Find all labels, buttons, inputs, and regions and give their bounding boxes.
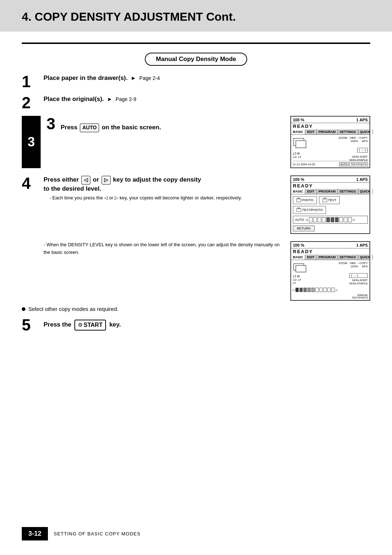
step-5-key-text: key.: [109, 321, 121, 328]
seg-4: [322, 217, 326, 222]
step-2-pageref: Page 2-9: [116, 96, 136, 102]
page-footer: 3-12 SETTING OF BASIC COPY MODES: [0, 527, 392, 540]
screen-2-tab-program: PROGRAM: [317, 189, 338, 194]
step-1-content: Place paper in the drawer(s). ► Page 2-4: [44, 74, 370, 82]
screen-3-zoom-info: ZOOM OBS.→COPY 100% APS: [339, 262, 368, 268]
screen-3-tab-program: PROGRAM: [317, 255, 338, 260]
screen-1-tab-program: PROGRAM: [317, 129, 338, 134]
screen-1-topbar: 100 % 1 APS: [291, 117, 369, 123]
start-label: START: [83, 321, 102, 329]
step-3-outer: 3 3 Press AUTO on the basic screen. 100 …: [22, 116, 370, 168]
step-2-number: 2: [22, 95, 40, 111]
mdb-seg-2: [299, 288, 303, 292]
step-5-number: 5: [22, 317, 40, 333]
screen-2-topbar: 100 % 1 APS: [291, 176, 369, 183]
screen-1-tab-basic: BASIC: [291, 129, 305, 134]
step-3-number: 3: [46, 115, 55, 133]
screen-3-nonsort: NON-SORT NON-STAPLE: [349, 279, 368, 285]
step-1-row: 1 Place paper in the drawer(s). ► Page 2…: [22, 74, 370, 90]
screen-1-percent: 100 %: [293, 118, 304, 122]
step-2-arrow: ►: [107, 96, 113, 102]
screen-2-photo-btn: PHOTO: [293, 196, 317, 204]
mode-label-container: Manual Copy Density Mode: [22, 53, 370, 66]
screen-1-auto-btn: AUTO: [339, 162, 349, 166]
text-icon: [322, 198, 327, 203]
step-5-content: Press the ⊙ START key.: [44, 320, 370, 331]
step-4b-para: - When the DENSITY LEVEL key is shown on…: [44, 241, 283, 256]
page-title: 4. COPY DENSITY ADJUSTMENT Cont.: [22, 10, 370, 24]
screen-2-percent: 100 %: [293, 177, 306, 182]
screen-2-tab-settings: SETTINGS: [338, 189, 358, 194]
step-3-content: 3 Press AUTO on the basic screen. 100 % …: [46, 116, 370, 168]
auto-key: AUTO: [80, 123, 99, 132]
step-4-text2: key to adjust the copy density: [113, 176, 201, 183]
mdb-seg-7: [319, 288, 323, 292]
screen-2-tab-quick: QUICK: [358, 189, 373, 194]
step-4-content: Press either ◁ or ▷ key to adjust the co…: [44, 175, 283, 202]
screen-2-body: PHOTO TEXT: [291, 194, 369, 233]
screen-2-density-bar: [309, 217, 352, 222]
screen-1-textphoto: TEXT/PHOTO: [350, 162, 368, 166]
page-header: 4. COPY DENSITY ADJUSTMENT Cont.: [0, 0, 392, 32]
screen-3-status: READY: [291, 248, 369, 255]
step-4b-section: - When the DENSITY LEVEL key is shown on…: [22, 241, 370, 301]
screen-1-copies: 1 APS: [356, 118, 368, 122]
step-1-number: 1: [22, 74, 40, 90]
screen-1-mockup: 100 % 1 APS READY BASIC EDIT PROGRAM SET…: [290, 116, 370, 168]
screen-3-tab-settings: SETTINGS: [338, 255, 358, 260]
mdb-seg-4: [307, 288, 311, 292]
screen-2-status: READY: [291, 183, 369, 189]
mdb-seg-3: [303, 288, 307, 292]
step-3-sidebar-num: 3: [22, 116, 41, 168]
textphoto-icon: [296, 207, 301, 212]
screen-3-left-tri: ◁: [292, 288, 294, 292]
bullet-dot: [22, 307, 25, 311]
screen-1-bottom: 11.12.2004 10:25 AUTO TEXT/PHOTO: [293, 161, 368, 166]
select-note-text: Select other copy modes as required.: [28, 306, 118, 312]
mdb-seg-5: [311, 288, 315, 292]
step-4-bullet: - Each time you press the ◁ or ▷ key, yo…: [49, 194, 283, 202]
screen-1-tab-quick: QUICK: [358, 129, 373, 134]
screen-3-tab-edit: EDIT: [305, 255, 317, 260]
screen-3-right-icons: 1 → 1 NON-SORT NON-STAPLE: [349, 273, 368, 285]
seg-9: [344, 217, 347, 222]
screen-3-percent: 100 %: [293, 243, 304, 247]
photo-icon: [296, 198, 301, 203]
screen-1-body: ZOOM OBS.→COPY 100% APS LT-R LDLT: [291, 135, 369, 167]
step-5-text: Press the ⊙ START key.: [44, 321, 121, 328]
screen-3-bar-segments: [295, 288, 335, 292]
svg-rect-9: [296, 266, 306, 272]
step-1-pageref: Page 2-4: [139, 75, 160, 81]
svg-rect-1: [296, 141, 306, 148]
screen-3-tab-basic: BASIC: [291, 255, 305, 260]
seg-2: [313, 217, 317, 222]
seg-10: [348, 217, 352, 222]
screen-3-tab-quick: QUICK: [358, 255, 373, 260]
screen-2-auto-label: AUTO: [295, 218, 304, 222]
footer-text: SETTING OF BASIC COPY MODES: [54, 531, 140, 536]
screen-3-manual-label: MANUAL: [352, 294, 368, 296]
screen-2-return-btn[interactable]: RETURN: [293, 226, 315, 231]
step-4-left: 4 Press either ◁ or ▷ key to adjust the …: [22, 175, 283, 202]
step-4-key2: ▷: [102, 176, 111, 185]
mode-label: Manual Copy Density Mode: [145, 53, 247, 66]
step-3-label: Press AUTO on the basic screen.: [61, 124, 161, 131]
step-2-main: Place the original(s).: [44, 96, 104, 102]
step-2-row: 2 Place the original(s). ► Page 2-9: [22, 95, 370, 111]
seg-3: [318, 217, 321, 222]
screen-3-bottom-right: MANUAL TEXT/PHOTO: [352, 294, 368, 299]
screen-1-tab-settings: SETTINGS: [338, 129, 358, 134]
screen-2-tab-edit: EDIT: [305, 189, 317, 194]
content-area: Manual Copy Density Mode 1 Place paper i…: [0, 42, 392, 333]
screen-3-tabs: BASIC EDIT PROGRAM SETTINGS QUICK: [291, 255, 369, 260]
mdb-seg-8: [323, 288, 327, 292]
screen-2-textphoto-btn: TEXT/PHOTO: [293, 206, 326, 214]
screen-2-density-bar-row: AUTO ◁ ▷: [293, 216, 368, 224]
step-2-text: Place the original(s). ► Page 2-9: [44, 96, 136, 102]
seg-5: [326, 217, 330, 222]
mdb-seg-10: [331, 288, 335, 292]
screen-2-tabs: BASIC EDIT PROGRAM SETTINGS QUICK: [291, 189, 369, 194]
seg-8: [339, 217, 343, 222]
screen-3-body: ZOOM OBS.→COPY 100% APS LT-R LDLT LT: [291, 260, 369, 300]
screen-2-text-btn: TEXT: [319, 196, 340, 204]
